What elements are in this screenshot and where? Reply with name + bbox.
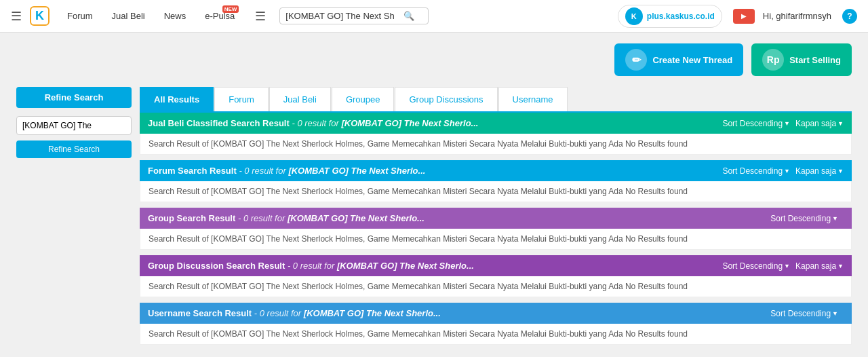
jual-beli-query: [KOMBAT GO] The Next Sherlo... — [341, 118, 478, 128]
forum-count: - 0 result for — [239, 166, 285, 176]
nav-forum-link[interactable]: Forum — [60, 11, 100, 21]
forum-result-header: Forum Search Result - 0 result for [KOMB… — [140, 160, 852, 181]
plus-text: plus.kaskus.co.id — [647, 12, 715, 21]
jual-beli-result-title: Jual Beli Classified Search Result — [148, 118, 290, 128]
hamburger-menu-icon[interactable]: ☰ — [11, 9, 22, 24]
jual-beli-count: - 0 result for — [292, 118, 338, 128]
youtube-icon[interactable] — [733, 9, 755, 24]
group-discussion-result-section: Group Discussion Search Result - 0 resul… — [140, 255, 852, 297]
search-bar: 🔍 — [279, 7, 429, 24]
search-icon[interactable]: 🔍 — [403, 11, 414, 21]
forum-result-section: Forum Search Result - 0 result for [KOMB… — [140, 160, 852, 202]
search-input[interactable] — [285, 11, 401, 21]
kaskus-logo[interactable]: K — [30, 6, 50, 26]
group-result-body: Search Result of [KOMBAT GO] The Next Sh… — [140, 229, 852, 250]
group-result-header: Group Search Result - 0 result for [KOMB… — [140, 208, 852, 229]
username-count: - 0 result for — [254, 308, 301, 318]
result-tabs: All Results Forum Jual Beli Groupee Grou… — [140, 87, 852, 111]
jual-beli-kapan-dropdown[interactable]: Kapan saja — [795, 119, 844, 128]
forum-sort-dropdown[interactable]: Sort Descending — [722, 166, 790, 176]
group-discussion-sort-dropdown[interactable]: Sort Descending — [722, 261, 790, 271]
tab-all-results[interactable]: All Results — [140, 87, 214, 111]
top-action-buttons: ✏ Create New Thread Rp Start Selling — [16, 43, 852, 76]
group-result-section: Group Search Result - 0 result for [KOMB… — [140, 208, 852, 250]
forum-query: [KOMBAT GO] The Next Sherlo... — [288, 166, 425, 176]
jual-beli-result-header: Jual Beli Classified Search Result - 0 r… — [140, 113, 852, 134]
forum-result-body: Search Result of [KOMBAT GO] The Next Sh… — [140, 181, 852, 202]
username-result-title: Username Search Result — [148, 308, 252, 318]
user-greeting[interactable]: Hi, ghifarifrmnsyh — [763, 11, 831, 21]
group-discussion-query: [KOMBAT GO] The Next Sherlo... — [337, 261, 474, 271]
plus-kaskus-button[interactable]: K plus.kaskus.co.id — [618, 5, 722, 28]
nav-news-link[interactable]: News — [157, 11, 193, 21]
group-discussion-result-title: Group Discussion Search Result — [148, 261, 285, 271]
jual-beli-result-section: Jual Beli Classified Search Result - 0 r… — [140, 113, 852, 155]
group-result-title: Group Search Result — [148, 213, 235, 223]
group-count: - 0 result for — [238, 213, 285, 223]
rp-icon: Rp — [762, 49, 784, 71]
username-query: [KOMBAT GO] The Next Sherlo... — [304, 308, 441, 318]
forum-result-title: Forum Search Result — [148, 166, 237, 176]
forum-kapan-dropdown[interactable]: Kapan saja — [795, 166, 844, 176]
tab-forum[interactable]: Forum — [214, 87, 269, 111]
group-sort-dropdown[interactable]: Sort Descending — [770, 214, 838, 223]
create-thread-icon: ✏ — [625, 49, 647, 71]
group-discussion-count: - 0 result for — [288, 261, 334, 271]
sidebar-search-input[interactable] — [16, 116, 132, 135]
plus-logo: K — [625, 7, 643, 25]
tab-username[interactable]: Username — [498, 87, 568, 111]
sidebar-refine-button[interactable]: Refine Search — [16, 140, 132, 158]
tab-group-discussions[interactable]: Group Discussions — [395, 87, 497, 111]
sidebar: Refine Search Refine Search — [16, 87, 132, 350]
refine-search-top-button[interactable]: Refine Search — [16, 87, 132, 108]
more-menu-icon[interactable]: ☰ — [255, 9, 266, 24]
group-discussion-result-header: Group Discussion Search Result - 0 resul… — [140, 255, 852, 276]
username-result-body: Search Result of [KOMBAT GO] The Next Sh… — [140, 324, 852, 345]
nav-jualbeli-link[interactable]: Jual Beli — [105, 11, 152, 21]
group-discussion-kapan-dropdown[interactable]: Kapan saja — [795, 261, 844, 271]
jual-beli-sort-dropdown[interactable]: Sort Descending — [722, 119, 790, 128]
username-result-header: Username Search Result - 0 result for [K… — [140, 303, 852, 324]
username-sort-dropdown[interactable]: Sort Descending — [770, 309, 838, 318]
start-selling-button[interactable]: Rp Start Selling — [751, 43, 852, 76]
tabs-wrapper: All Results Forum Jual Beli Groupee Grou… — [140, 87, 852, 113]
username-result-section: Username Search Result - 0 result for [K… — [140, 303, 852, 345]
tab-jual-beli[interactable]: Jual Beli — [269, 87, 331, 111]
results-area: All Results Forum Jual Beli Groupee Grou… — [140, 87, 852, 350]
nav-epulsa-link[interactable]: e-Pulsa NEW — [198, 11, 241, 21]
group-query: [KOMBAT GO] The Next Sherlo... — [288, 213, 425, 223]
create-thread-button[interactable]: ✏ Create New Thread — [614, 43, 743, 76]
jual-beli-result-body: Search Result of [KOMBAT GO] The Next Sh… — [140, 134, 852, 155]
tab-groupee[interactable]: Groupee — [332, 87, 395, 111]
help-icon[interactable]: ? — [842, 9, 857, 24]
group-discussion-result-body: Search Result of [KOMBAT GO] The Next Sh… — [140, 276, 852, 297]
new-badge: NEW — [222, 5, 239, 13]
